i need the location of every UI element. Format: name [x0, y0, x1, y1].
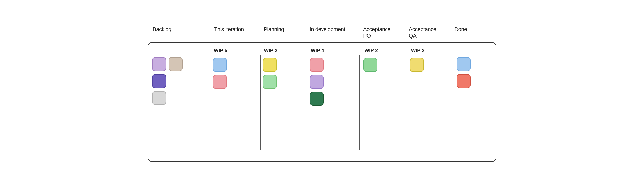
kanban-card[interactable]	[213, 58, 227, 72]
wip-label-acceptance-qa: WIP 2	[410, 48, 448, 53]
card-row	[310, 92, 356, 106]
col-title-in-development: In development	[310, 26, 345, 33]
kanban-wrapper: BacklogThis iterationPlanningIn developm…	[148, 26, 496, 162]
card-row	[310, 58, 356, 72]
col-header-done: Done	[452, 26, 494, 39]
card-row	[152, 57, 205, 71]
kanban-card[interactable]	[263, 58, 277, 72]
lane-in-development: WIP 4	[306, 43, 360, 161]
card-row	[263, 58, 302, 72]
kanban-card[interactable]	[457, 74, 471, 88]
col-header-planning: Planning	[261, 26, 307, 39]
lane-planning: WIP 2	[259, 43, 306, 161]
kanban-card[interactable]	[213, 75, 227, 89]
kanban-card[interactable]	[310, 75, 324, 89]
col-title-this-iteration: This iteration	[214, 26, 244, 33]
kanban-card[interactable]	[152, 57, 166, 71]
lane-acceptance-po: WIP 2	[359, 43, 406, 161]
lane-acceptance-qa: WIP 2	[406, 43, 452, 161]
col-header-acceptance-po: AcceptancePO	[360, 26, 406, 39]
col-title-planning: Planning	[264, 26, 284, 33]
cards-area-acceptance-po	[363, 58, 402, 157]
lane-backlog	[148, 43, 209, 161]
cards-area-backlog	[152, 57, 205, 157]
wip-label-planning: WIP 2	[263, 48, 302, 53]
wip-label-in-development: WIP 4	[310, 48, 356, 53]
cards-area-acceptance-qa	[410, 58, 448, 157]
col-title-done: Done	[454, 26, 467, 33]
kanban-card[interactable]	[363, 58, 377, 72]
kanban-card[interactable]	[410, 58, 424, 72]
kanban-board: WIP 5WIP 2WIP 4WIP 2WIP 2	[148, 42, 496, 162]
card-row	[263, 75, 302, 89]
wip-label-this-iteration: WIP 5	[213, 48, 255, 53]
kanban-card[interactable]	[457, 57, 471, 71]
kanban-card[interactable]	[168, 57, 182, 71]
lane-this-iteration: WIP 5	[209, 43, 259, 161]
kanban-card[interactable]	[152, 91, 166, 105]
card-row	[457, 74, 492, 88]
kanban-card[interactable]	[152, 74, 166, 88]
cards-area-in-development	[310, 58, 356, 157]
kanban-card[interactable]	[310, 92, 324, 106]
card-row	[213, 75, 255, 89]
card-row	[152, 91, 205, 105]
card-row	[410, 58, 448, 72]
col-header-backlog: Backlog	[150, 26, 212, 39]
col-header-in-development: In development	[307, 26, 360, 39]
card-row	[213, 58, 255, 72]
wip-label-acceptance-po: WIP 2	[363, 48, 402, 53]
kanban-card[interactable]	[310, 58, 324, 72]
kanban-card[interactable]	[263, 75, 277, 89]
card-row	[310, 75, 356, 89]
col-title-acceptance-po: AcceptancePO	[363, 26, 390, 39]
col-header-acceptance-qa: AcceptanceQA	[406, 26, 452, 39]
card-row	[363, 58, 402, 72]
card-row	[152, 74, 205, 88]
cards-area-planning	[263, 58, 302, 157]
cards-area-done	[457, 57, 492, 157]
col-header-this-iteration: This iteration	[212, 26, 261, 39]
headers-row: BacklogThis iterationPlanningIn developm…	[148, 26, 496, 39]
cards-area-this-iteration	[213, 58, 255, 157]
lane-done	[453, 43, 496, 161]
col-title-acceptance-qa: AcceptanceQA	[409, 26, 436, 39]
col-title-backlog: Backlog	[153, 26, 171, 33]
card-row	[457, 57, 492, 71]
